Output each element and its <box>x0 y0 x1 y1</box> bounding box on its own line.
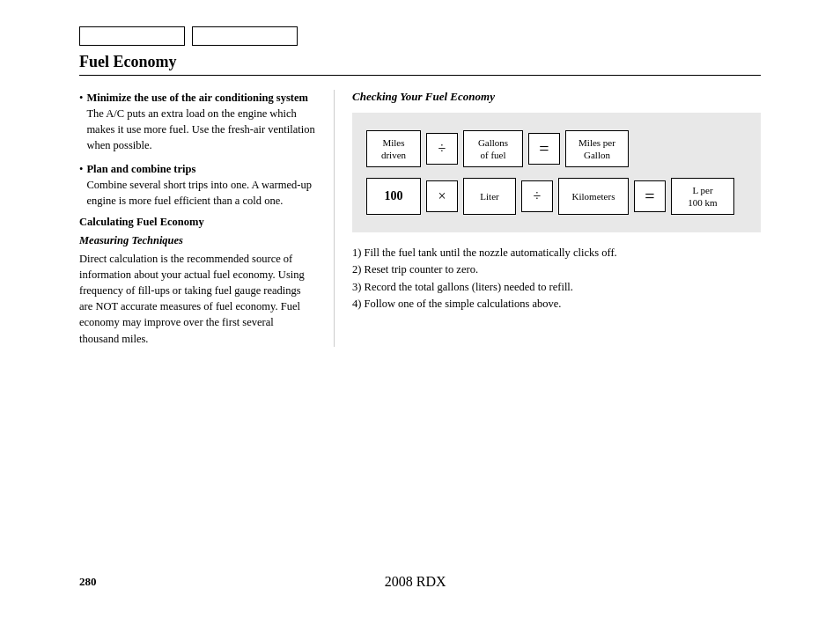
content-wrapper: • Minimize the use of the air conditioni… <box>79 90 761 347</box>
left-column: • Minimize the use of the air conditioni… <box>79 90 335 347</box>
box-equals-2: = <box>634 180 666 212</box>
bullet-body-2: Combine several short trips into one. A … <box>86 179 312 207</box>
page-container: Fuel Economy • Minimize the use of the a… <box>0 0 840 625</box>
bullet-title-1: Minimize the use of the air conditioning… <box>86 92 308 104</box>
steps-list: 1) Fill the fuel tank until the nozzle a… <box>352 245 761 313</box>
measuring-body: Direct calculation is the recommended so… <box>79 251 316 347</box>
bullet-content-2: Plan and combine trips Combine several s… <box>86 161 316 209</box>
step-2: 2) Reset trip counter to zero. <box>352 261 761 278</box>
bullet-body-1: The A/C puts an extra load on the engine… <box>86 107 314 151</box>
box-multiply: × <box>426 180 458 212</box>
box-miles-driven: Milesdriven <box>366 130 421 167</box>
measuring-subtitle: Measuring Techniques <box>79 234 316 247</box>
box-100: 100 <box>366 178 421 215</box>
fuel-economy-diagram: Milesdriven ÷ Gallonsof fuel = Miles per… <box>352 113 761 232</box>
right-column: Checking Your Fuel Economy Milesdriven ÷… <box>335 90 761 347</box>
bullet-item-ac: • Minimize the use of the air conditioni… <box>79 90 316 154</box>
diagram-row-1: Milesdriven ÷ Gallonsof fuel = Miles per… <box>366 130 747 167</box>
page-number: 280 <box>79 575 97 589</box>
nav-btn-2[interactable] <box>192 26 298 46</box>
box-l-per-100km: L per100 km <box>671 178 734 215</box>
box-equals-1: = <box>528 133 560 165</box>
bullet-content-1: Minimize the use of the air conditioning… <box>86 90 316 154</box>
section-heading: Checking Your Fuel Economy <box>352 90 761 104</box>
box-divide-2: ÷ <box>521 180 553 212</box>
box-gallons-fuel: Gallonsof fuel <box>463 130 523 167</box>
bullet-title-2: Plan and combine trips <box>86 163 195 175</box>
title-section: Fuel Economy <box>79 53 761 76</box>
top-nav <box>79 26 761 46</box>
bullet-dot-2: • <box>79 161 83 209</box>
calculating-title: Calculating Fuel Economy <box>79 216 316 229</box>
bullet-item-trips: • Plan and combine trips Combine several… <box>79 161 316 209</box>
step-3: 3) Record the total gallons (liters) nee… <box>352 279 761 296</box>
box-liter: Liter <box>463 178 516 215</box>
step-1: 1) Fill the fuel tank until the nozzle a… <box>352 245 761 261</box>
page-footer: 280 2008 RDX <box>79 574 761 590</box>
nav-btn-1[interactable] <box>79 26 185 46</box>
diagram-row-2: 100 × Liter ÷ Kilometers = L per100 km <box>366 178 747 215</box>
car-model: 2008 RDX <box>97 574 735 590</box>
box-kilometers: Kilometers <box>558 178 629 215</box>
bullet-dot-1: • <box>79 90 83 154</box>
box-divide-1: ÷ <box>426 133 458 165</box>
page-title: Fuel Economy <box>79 53 177 70</box>
box-miles-per-gallon: Miles perGallon <box>565 130 629 167</box>
step-4: 4) Follow one of the simple calculations… <box>352 296 761 312</box>
